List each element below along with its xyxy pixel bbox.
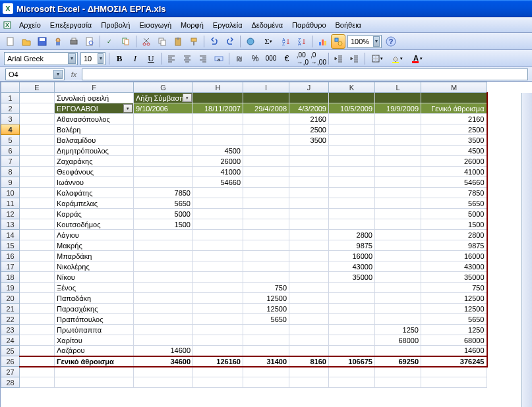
row-header-4[interactable]: 4 bbox=[1, 124, 20, 135]
cell[interactable]: 750 bbox=[243, 283, 289, 293]
cell[interactable] bbox=[193, 240, 243, 251]
cell[interactable] bbox=[134, 230, 193, 240]
cell[interactable] bbox=[193, 251, 243, 261]
cell[interactable]: 41000 bbox=[421, 167, 487, 177]
cell[interactable]: 7850 bbox=[134, 188, 193, 198]
cell[interactable] bbox=[329, 188, 375, 198]
cell[interactable]: 2800 bbox=[329, 230, 375, 240]
cell[interactable]: 1250 bbox=[421, 325, 487, 335]
cell[interactable] bbox=[243, 219, 289, 230]
col-header-M[interactable]: M bbox=[421, 82, 487, 93]
cell[interactable] bbox=[289, 219, 329, 230]
cell[interactable] bbox=[421, 93, 487, 103]
cell[interactable] bbox=[329, 346, 375, 356]
cell[interactable] bbox=[289, 367, 329, 377]
font-color-button[interactable]: A▾ bbox=[407, 51, 426, 66]
cell[interactable] bbox=[134, 146, 193, 156]
cell[interactable] bbox=[20, 177, 55, 188]
cell[interactable]: 54660 bbox=[421, 177, 487, 188]
cell[interactable] bbox=[243, 261, 289, 272]
cell[interactable] bbox=[193, 293, 243, 304]
row-header-28[interactable]: 28 bbox=[1, 377, 20, 388]
row-header-23[interactable]: 23 bbox=[1, 325, 20, 335]
print-button[interactable] bbox=[67, 34, 81, 49]
cell[interactable] bbox=[193, 367, 243, 377]
cell[interactable] bbox=[243, 135, 289, 146]
cell[interactable]: 2800 bbox=[421, 230, 487, 240]
cell[interactable] bbox=[243, 335, 289, 346]
cell[interactable]: Καλαφάτης bbox=[55, 188, 134, 198]
cell[interactable] bbox=[20, 93, 55, 103]
increase-decimal-button[interactable]: ,00→,0 bbox=[295, 51, 310, 66]
cell[interactable] bbox=[134, 156, 193, 167]
cell[interactable]: 7850 bbox=[421, 188, 487, 198]
pivot-row-field[interactable]: ΕΡΓΟΛΑΒΟΙ▾ bbox=[55, 103, 134, 114]
cell[interactable] bbox=[20, 283, 55, 293]
cell[interactable]: 2160 bbox=[421, 114, 487, 124]
cell[interactable] bbox=[134, 293, 193, 304]
cell[interactable] bbox=[134, 325, 193, 335]
cell[interactable] bbox=[375, 114, 421, 124]
cell[interactable]: 14600 bbox=[421, 346, 487, 356]
cell[interactable]: 1500 bbox=[421, 219, 487, 230]
redo-button[interactable] bbox=[223, 34, 237, 49]
font-name-input[interactable] bbox=[7, 55, 65, 63]
cell[interactable]: 126160 bbox=[193, 356, 243, 367]
cell[interactable] bbox=[134, 177, 193, 188]
cell[interactable]: Παπαδάκη bbox=[55, 293, 134, 304]
cell[interactable] bbox=[289, 240, 329, 251]
row-header-15[interactable]: 15 bbox=[1, 240, 20, 251]
borders-button[interactable]: ▾ bbox=[368, 51, 386, 66]
cut-button[interactable] bbox=[139, 34, 154, 49]
row-header-1[interactable]: 1 bbox=[1, 93, 20, 103]
cell[interactable]: 69250 bbox=[375, 356, 421, 367]
cell[interactable] bbox=[193, 335, 243, 346]
font-name-combo[interactable]: ▾ bbox=[4, 52, 78, 65]
cell[interactable]: 5000 bbox=[421, 209, 487, 219]
cell[interactable] bbox=[20, 377, 55, 388]
cell[interactable] bbox=[193, 188, 243, 198]
cell[interactable] bbox=[375, 240, 421, 251]
cell[interactable] bbox=[289, 293, 329, 304]
cell[interactable]: 43000 bbox=[421, 261, 487, 272]
cell[interactable] bbox=[20, 156, 55, 167]
row-header-24[interactable]: 24 bbox=[1, 335, 20, 346]
cell[interactable] bbox=[243, 177, 289, 188]
cell[interactable] bbox=[193, 198, 243, 209]
undo-button[interactable] bbox=[207, 34, 222, 49]
cell[interactable] bbox=[193, 272, 243, 283]
cell[interactable] bbox=[20, 304, 55, 314]
cell[interactable] bbox=[20, 240, 55, 251]
cell[interactable]: 54660 bbox=[193, 177, 243, 188]
row-header-16[interactable]: 16 bbox=[1, 251, 20, 261]
row-header-27[interactable]: 27 bbox=[1, 367, 20, 377]
cell[interactable]: 3500 bbox=[421, 135, 487, 146]
cell[interactable] bbox=[329, 209, 375, 219]
cell[interactable] bbox=[289, 304, 329, 314]
cell[interactable] bbox=[375, 93, 421, 103]
cell[interactable] bbox=[134, 114, 193, 124]
cell[interactable] bbox=[289, 177, 329, 188]
font-size-combo[interactable]: ▾ bbox=[80, 52, 105, 65]
paste-button[interactable] bbox=[171, 34, 185, 49]
cell[interactable]: 12500 bbox=[421, 293, 487, 304]
help-button[interactable]: ? bbox=[384, 34, 398, 49]
cell[interactable] bbox=[134, 367, 193, 377]
cell[interactable] bbox=[243, 167, 289, 177]
cell[interactable]: Κουτσοδήμος bbox=[55, 219, 134, 230]
cell[interactable]: Βαλσαμίδου bbox=[55, 135, 134, 146]
chevron-down-icon[interactable]: ▾ bbox=[183, 94, 192, 102]
sort-desc-button[interactable]: ZA bbox=[295, 34, 309, 49]
decrease-indent-button[interactable] bbox=[332, 51, 346, 66]
cell[interactable] bbox=[134, 135, 193, 146]
cell[interactable] bbox=[20, 272, 55, 283]
cell[interactable]: 16000 bbox=[329, 251, 375, 261]
increase-indent-button[interactable] bbox=[347, 51, 362, 66]
bold-button[interactable]: B bbox=[112, 51, 127, 66]
cell[interactable] bbox=[289, 230, 329, 240]
permission-button[interactable] bbox=[51, 34, 65, 49]
cell[interactable] bbox=[134, 167, 193, 177]
cell[interactable]: 12500 bbox=[243, 293, 289, 304]
close-workbook-icon[interactable]: X bbox=[3, 20, 12, 30]
cell[interactable] bbox=[375, 135, 421, 146]
